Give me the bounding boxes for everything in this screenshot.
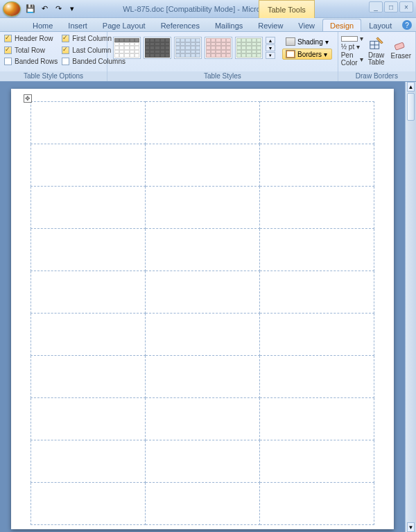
table-styles-gallery: ▲ ▼ ▾ Shading▾ Borders▾ bbox=[110, 33, 335, 62]
office-button[interactable] bbox=[3, 1, 21, 17]
table-cell[interactable] bbox=[260, 187, 374, 229]
style-thumb[interactable] bbox=[174, 37, 202, 59]
table-cell[interactable] bbox=[260, 483, 374, 525]
pen-color-dropdown[interactable]: Pen Color▾ bbox=[341, 51, 363, 67]
chk-label: First Column bbox=[72, 35, 112, 42]
tab-references[interactable]: References bbox=[153, 19, 207, 31]
maximize-button[interactable]: □ bbox=[384, 1, 398, 12]
chk-banded-rows[interactable]: Banded Rows bbox=[4, 58, 58, 65]
table-cell[interactable] bbox=[146, 102, 260, 144]
group-table-style-options: Header Row First Column Total Row Last C… bbox=[0, 32, 107, 81]
group-draw-borders: ▾ ½ pt▾ Pen Color▾ Draw Table Eraser Dra… bbox=[338, 32, 416, 81]
table-cell[interactable] bbox=[146, 483, 260, 525]
redo-icon[interactable]: ↷ bbox=[53, 3, 64, 15]
minimize-button[interactable]: _ bbox=[369, 1, 383, 12]
scroll-up-button[interactable]: ▲ bbox=[407, 82, 415, 92]
table-cell[interactable] bbox=[260, 356, 374, 398]
tab-review[interactable]: Review bbox=[250, 19, 291, 31]
scroll-down-button[interactable]: ▼ bbox=[407, 522, 415, 532]
title-bar: 💾 ↶ ↷ ▾ WL-875.doc [Compatibility Mode] … bbox=[0, 0, 416, 18]
table-cell[interactable] bbox=[260, 229, 374, 271]
style-thumb[interactable] bbox=[235, 37, 263, 59]
table-tools-contextual-tab: Table Tools bbox=[259, 0, 315, 18]
tab-view[interactable]: View bbox=[291, 19, 322, 31]
chevron-down-icon: ▾ bbox=[325, 38, 329, 46]
qat-customize-icon[interactable]: ▾ bbox=[67, 3, 78, 15]
tab-layout[interactable]: Layout bbox=[361, 19, 399, 31]
table-cell[interactable] bbox=[146, 440, 260, 483]
table-cell[interactable] bbox=[146, 271, 260, 314]
eraser-button[interactable]: Eraser bbox=[390, 35, 413, 61]
window-controls: _ □ × bbox=[369, 1, 413, 12]
help-icon[interactable]: ? bbox=[402, 20, 412, 30]
table-cell[interactable] bbox=[260, 314, 374, 356]
tab-home[interactable]: Home bbox=[25, 19, 60, 31]
tab-design[interactable]: Design bbox=[322, 19, 361, 31]
line-style-dropdown[interactable]: ▾ bbox=[341, 35, 363, 42]
svg-rect-3 bbox=[395, 42, 405, 50]
save-icon[interactable]: 💾 bbox=[25, 3, 36, 15]
table-cell[interactable] bbox=[31, 314, 146, 356]
table-cell[interactable] bbox=[260, 144, 374, 187]
table-cell[interactable] bbox=[31, 483, 146, 525]
table-cell[interactable] bbox=[260, 440, 374, 483]
style-thumb[interactable] bbox=[144, 37, 171, 59]
table-cell[interactable] bbox=[31, 271, 146, 314]
table-cell[interactable] bbox=[31, 187, 146, 229]
table-cell[interactable] bbox=[260, 271, 374, 314]
tab-mailings[interactable]: Mailings bbox=[207, 19, 250, 31]
draw-table-button[interactable]: Draw Table bbox=[366, 35, 387, 67]
table-cell[interactable] bbox=[146, 187, 260, 229]
chevron-down-icon: ▾ bbox=[356, 43, 360, 51]
page[interactable]: ✥ bbox=[11, 89, 394, 529]
table-cell[interactable] bbox=[260, 398, 374, 440]
ribbon: Header Row First Column Total Row Last C… bbox=[0, 32, 416, 82]
table-cell[interactable] bbox=[31, 102, 146, 144]
btn-label: Shading bbox=[297, 38, 323, 46]
gallery-more[interactable]: ▾ bbox=[266, 52, 275, 59]
group-label: Table Style Options bbox=[0, 71, 107, 81]
table-cell[interactable] bbox=[31, 440, 146, 483]
table-cell[interactable] bbox=[146, 314, 260, 356]
undo-icon[interactable]: ↶ bbox=[39, 3, 50, 15]
style-thumb[interactable] bbox=[113, 37, 141, 59]
table-cell[interactable] bbox=[146, 356, 260, 398]
table-cell[interactable] bbox=[260, 102, 374, 144]
group-table-styles: ▲ ▼ ▾ Shading▾ Borders▾ Table Styles bbox=[107, 32, 338, 81]
table-cell[interactable] bbox=[31, 229, 146, 271]
line-weight-dropdown[interactable]: ½ pt▾ bbox=[341, 43, 363, 51]
borders-icon bbox=[286, 50, 295, 58]
chk-label: Last Column bbox=[72, 46, 111, 54]
vertical-scrollbar[interactable]: ▲ ▼ bbox=[405, 82, 416, 532]
chk-label: Total Row bbox=[15, 46, 45, 54]
btn-label: Eraser bbox=[391, 52, 411, 60]
tab-insert[interactable]: Insert bbox=[60, 19, 95, 31]
shading-button[interactable]: Shading▾ bbox=[282, 36, 332, 47]
ribbon-tabs: Home Insert Page Layout References Maili… bbox=[0, 18, 416, 32]
tab-page-layout[interactable]: Page Layout bbox=[95, 19, 153, 31]
gallery-scroll-down[interactable]: ▼ bbox=[266, 44, 275, 51]
chk-total-row[interactable]: Total Row bbox=[4, 46, 58, 54]
table-cell[interactable] bbox=[146, 229, 260, 271]
chevron-down-icon: ▾ bbox=[360, 55, 363, 63]
group-label: Draw Borders bbox=[338, 71, 415, 81]
borders-button[interactable]: Borders▾ bbox=[282, 49, 332, 60]
close-button[interactable]: × bbox=[399, 1, 413, 12]
table-cell[interactable] bbox=[31, 398, 146, 440]
chk-header-row[interactable]: Header Row bbox=[4, 35, 58, 42]
table-cell[interactable] bbox=[31, 356, 146, 398]
eraser-icon bbox=[393, 36, 408, 51]
table-cell[interactable] bbox=[146, 144, 260, 187]
table-move-handle[interactable]: ✥ bbox=[24, 94, 32, 103]
table-cell[interactable] bbox=[31, 144, 146, 187]
gallery-scroll-up[interactable]: ▲ bbox=[266, 37, 275, 44]
chevron-down-icon: ▾ bbox=[360, 35, 363, 42]
shading-icon bbox=[286, 37, 295, 46]
pencil-table-icon bbox=[369, 36, 384, 51]
table-cell[interactable] bbox=[146, 398, 260, 440]
label-table[interactable] bbox=[31, 101, 374, 525]
chk-label: Banded Rows bbox=[15, 58, 58, 65]
style-thumb[interactable] bbox=[205, 37, 232, 59]
weight-label: ½ pt bbox=[341, 43, 354, 51]
scroll-thumb[interactable] bbox=[407, 93, 415, 121]
